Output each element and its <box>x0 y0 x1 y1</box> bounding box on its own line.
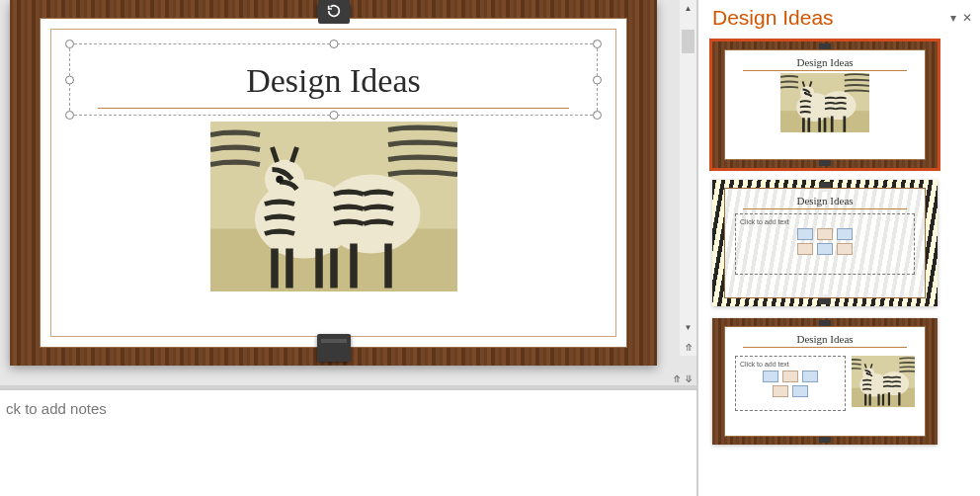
slide-image[interactable] <box>210 122 457 291</box>
next-slide-icon[interactable]: ⤋ <box>685 373 693 384</box>
idea-title: Design Ideas <box>735 333 915 345</box>
idea-cta: Click to add text <box>740 361 841 368</box>
nav-strip: ⤊ ⤋ <box>0 372 696 385</box>
resize-handle[interactable] <box>329 111 338 120</box>
notes-pane[interactable]: ck to add notes <box>0 389 696 496</box>
pane-title: Design Ideas <box>712 6 834 30</box>
scroll-down-button[interactable]: ▼ <box>680 319 696 336</box>
resize-handle[interactable] <box>65 111 74 120</box>
resize-handle[interactable] <box>593 40 602 48</box>
idea-thumbnail-image <box>852 356 915 407</box>
rotate-handle[interactable] <box>318 0 350 24</box>
previous-slide-button[interactable]: ⤊ <box>680 338 696 356</box>
vertical-scrollbar[interactable]: ▲ ▼ ⤊ <box>680 0 696 356</box>
scroll-thumb[interactable] <box>682 30 694 53</box>
resize-handle[interactable] <box>593 75 602 84</box>
pane-close-button[interactable]: ✕ <box>962 11 972 25</box>
resize-handle[interactable] <box>65 75 74 84</box>
pane-options-button[interactable]: ▾ <box>950 11 956 25</box>
resize-handle[interactable] <box>65 40 74 48</box>
idea-title: Design Ideas <box>735 56 915 68</box>
slide-editor-area: Design Ideas <box>0 0 697 496</box>
prev-slide-icon[interactable]: ⤊ <box>673 373 681 384</box>
slide[interactable]: Design Ideas <box>10 0 657 366</box>
scroll-up-button[interactable]: ▲ <box>680 0 696 17</box>
design-idea-item[interactable]: Design Ideas Click to add text <box>712 180 938 306</box>
design-ideas-list: Design Ideas Design Ideas Click to add t… <box>698 34 980 453</box>
idea-title: Design Ideas <box>735 195 915 207</box>
title-text-box[interactable]: Design Ideas <box>69 43 598 116</box>
design-ideas-pane: Design Ideas ▾ ✕ Design Ideas De <box>697 0 980 496</box>
design-idea-item[interactable]: Design Ideas Click to add text <box>712 318 938 445</box>
clip-bottom-icon <box>317 334 351 362</box>
slide-title: Design Ideas <box>78 62 589 100</box>
idea-cta: Click to add text <box>740 218 910 225</box>
design-idea-item[interactable]: Design Ideas <box>712 41 938 168</box>
idea-thumbnail-image <box>780 73 869 132</box>
resize-handle[interactable] <box>329 40 338 48</box>
resize-handle[interactable] <box>593 111 602 120</box>
